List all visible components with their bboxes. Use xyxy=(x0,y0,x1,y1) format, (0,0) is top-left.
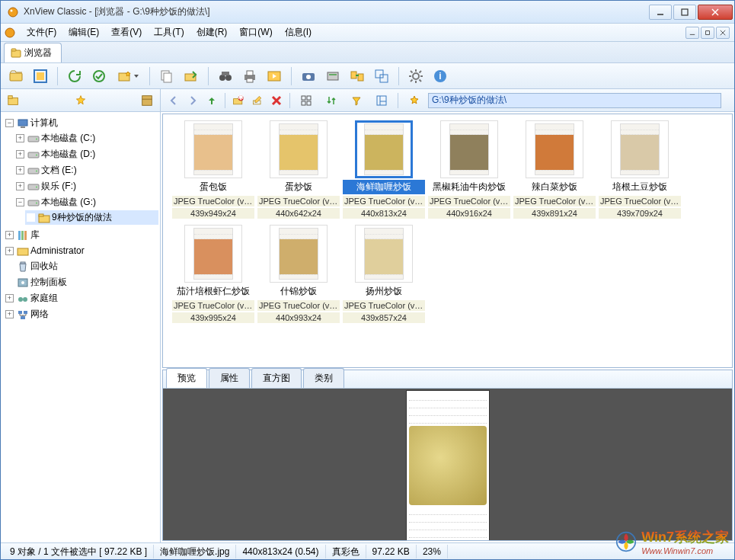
tree-drive-g[interactable]: −本地磁盘 (G:) xyxy=(14,195,158,210)
sort-dropdown[interactable] xyxy=(320,92,343,109)
about-button[interactable]: i xyxy=(430,66,451,87)
svg-rect-64 xyxy=(18,120,27,126)
tree-folder-selected[interactable]: 9种炒饭的做法 xyxy=(25,210,158,225)
thumbnail-item[interactable]: 培根土豆炒饭JPEG TrueColor (v1.1439x709x24 xyxy=(597,120,682,219)
preview-tab-preview[interactable]: 预览 xyxy=(166,368,207,388)
thumbnail-format: JPEG TrueColor (v1.1 xyxy=(599,196,681,206)
tree-network[interactable]: +网络 xyxy=(4,307,158,322)
thumbnail-item[interactable]: 扬州炒饭JPEG TrueColor (v1.1439x857x24 xyxy=(341,225,427,323)
stop-button[interactable] xyxy=(88,66,110,87)
svg-rect-15 xyxy=(37,72,44,80)
thumbnail-item[interactable]: 辣白菜炒饭JPEG TrueColor (v1.1439x891x24 xyxy=(512,120,597,219)
convert-button[interactable] xyxy=(347,66,368,87)
address-input[interactable] xyxy=(428,93,721,108)
scan-button[interactable] xyxy=(322,66,344,87)
menu-tools[interactable]: 工具(T) xyxy=(148,24,190,40)
preview-tab-histogram[interactable]: 直方图 xyxy=(251,368,302,388)
minimize-button[interactable] xyxy=(649,5,672,20)
copy-button[interactable] xyxy=(156,66,177,87)
tree-drive-c[interactable]: +本地磁盘 (C:) xyxy=(14,131,158,146)
print-button[interactable] xyxy=(239,66,260,87)
tree-computer[interactable]: −计算机 xyxy=(4,116,158,130)
thumbnail-grid[interactable]: 蛋包饭JPEG TrueColor (v1.1439x949x24蛋炒饭JPEG… xyxy=(162,114,733,368)
expand-icon[interactable]: + xyxy=(5,247,14,255)
tab-browser[interactable]: 浏览器 xyxy=(4,43,62,62)
tree-drive-f[interactable]: +娱乐 (F:) xyxy=(14,179,158,194)
add-favorite-button[interactable] xyxy=(72,92,89,109)
compare-button[interactable] xyxy=(371,66,392,87)
menu-window[interactable]: 窗口(W) xyxy=(233,24,278,40)
nav-forward-button[interactable] xyxy=(184,92,201,109)
layout-dropdown[interactable] xyxy=(370,92,393,109)
preview-tab-properties[interactable]: 属性 xyxy=(209,368,250,388)
expand-icon[interactable]: + xyxy=(5,231,14,239)
tree-recycle[interactable]: 回收站 xyxy=(4,259,158,274)
preview-tab-categories[interactable]: 类别 xyxy=(303,368,344,388)
expand-icon[interactable]: + xyxy=(16,134,24,142)
slideshow-button[interactable] xyxy=(264,66,285,87)
rename-button[interactable] xyxy=(249,92,266,109)
collapse-icon[interactable]: − xyxy=(5,119,14,127)
nav-up-button[interactable] xyxy=(203,92,220,109)
homegroup-icon xyxy=(17,293,29,305)
expand-icon[interactable]: + xyxy=(5,294,14,302)
thumbnail-box xyxy=(270,225,328,283)
mdi-close-button[interactable] xyxy=(716,27,730,39)
thumbnail-dimensions: 439x857x24 xyxy=(343,312,425,323)
printer-icon xyxy=(242,69,257,84)
mdi-restore-button[interactable] xyxy=(701,27,714,39)
open-button[interactable] xyxy=(5,66,27,87)
menu-info[interactable]: 信息(I) xyxy=(279,24,318,40)
thumbnail-item[interactable]: 蛋包饭JPEG TrueColor (v1.1439x949x24 xyxy=(171,120,256,219)
svg-rect-58 xyxy=(307,96,311,100)
close-button[interactable] xyxy=(698,5,733,20)
svg-text:✱: ✱ xyxy=(238,94,244,101)
folder-tree[interactable]: −计算机 +本地磁盘 (C:) +本地磁盘 (D:) +文档 (E:) +娱乐 … xyxy=(1,112,161,542)
expand-icon[interactable]: + xyxy=(16,150,24,158)
favorites-folder-button[interactable] xyxy=(5,92,22,109)
maximize-button[interactable] xyxy=(673,5,696,20)
expand-icon[interactable]: + xyxy=(5,310,14,318)
thumbnail-item[interactable]: 茄汁培根虾仁炒饭JPEG TrueColor (v1.1439x995x24 xyxy=(171,225,256,323)
svg-line-41 xyxy=(411,71,413,73)
settings-button[interactable] xyxy=(405,66,427,87)
bookmark-dropdown[interactable] xyxy=(403,92,426,109)
thumbnail-item[interactable]: 蛋炒饭JPEG TrueColor (v1.1440x642x24 xyxy=(256,120,341,219)
fullscreen-button[interactable] xyxy=(30,66,51,87)
new-folder-button[interactable]: ✱ xyxy=(230,92,247,109)
mdi-minimize-button[interactable] xyxy=(685,27,699,39)
tree-libraries[interactable]: +库 xyxy=(4,228,158,242)
menu-edit[interactable]: 编辑(E) xyxy=(62,24,105,40)
move-button[interactable] xyxy=(181,66,202,87)
tree-administrator[interactable]: +Administrator xyxy=(4,244,158,258)
menu-create[interactable]: 创建(R) xyxy=(190,24,234,40)
svg-point-67 xyxy=(36,138,37,139)
capture-button[interactable] xyxy=(298,66,319,87)
nav-back-button[interactable] xyxy=(165,92,182,109)
thumbnail-dimensions: 440x642x24 xyxy=(257,208,340,219)
tree-homegroup[interactable]: +家庭组 xyxy=(4,291,158,306)
delete-button[interactable] xyxy=(268,92,285,109)
expand-icon[interactable]: + xyxy=(16,182,24,190)
thumbnail-item[interactable]: 黑椒耗油牛肉炒饭JPEG TrueColor (v1.1440x916x24 xyxy=(427,120,512,219)
thumbnail-name: 辣白菜炒饭 xyxy=(513,180,596,194)
thumbnail-item[interactable]: 海鲜咖喱炒饭JPEG TrueColor (v1.1440x813x24 xyxy=(341,120,427,219)
categories-button[interactable] xyxy=(139,92,155,109)
menu-file[interactable]: 文件(F) xyxy=(21,24,62,40)
view-mode-dropdown[interactable] xyxy=(295,92,318,109)
tree-drive-d[interactable]: +本地磁盘 (D:) xyxy=(14,147,158,162)
thumbnail-format: JPEG TrueColor (v1.1 xyxy=(257,300,340,311)
collapse-icon[interactable]: − xyxy=(16,198,24,206)
preview-body[interactable] xyxy=(163,389,732,540)
tree-control-panel[interactable]: 控制面板 xyxy=(4,275,158,290)
tree-drive-e[interactable]: +文档 (E:) xyxy=(14,163,158,178)
search-button[interactable] xyxy=(215,66,236,87)
favorites-dropdown[interactable] xyxy=(113,66,143,87)
expand-icon[interactable]: + xyxy=(16,166,24,174)
status-colormode: 真彩色 xyxy=(326,545,366,558)
thumbnail-item[interactable]: 什锦炒饭JPEG TrueColor (v1.1440x993x24 xyxy=(256,225,341,323)
filter-dropdown[interactable] xyxy=(345,92,368,109)
thumbnail-name: 培根土豆炒饭 xyxy=(599,180,681,194)
menu-view[interactable]: 查看(V) xyxy=(105,24,148,40)
refresh-button[interactable] xyxy=(64,66,85,87)
